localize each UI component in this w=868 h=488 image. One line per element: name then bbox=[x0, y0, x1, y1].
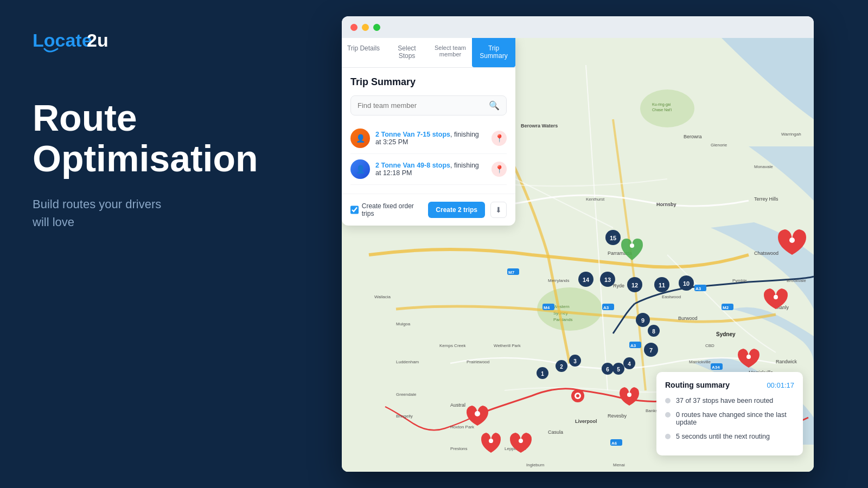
svg-text:2: 2 bbox=[489, 438, 493, 444]
tabs-container: Trip Details Select Stops Select team me… bbox=[342, 38, 515, 68]
minimize-button[interactable] bbox=[362, 24, 369, 31]
svg-text:Burwood: Burwood bbox=[678, 316, 698, 321]
checkbox-text: Create fixed order trips bbox=[362, 202, 423, 217]
svg-point-70 bbox=[630, 243, 634, 248]
svg-text:Wallacia: Wallacia bbox=[374, 294, 391, 299]
svg-text:Luddenham: Luddenham bbox=[396, 359, 419, 364]
svg-text:2: 2 bbox=[560, 364, 563, 370]
search-bar[interactable]: 🔍 bbox=[350, 95, 507, 115]
svg-text:Hornsby: Hornsby bbox=[656, 202, 676, 207]
svg-text:A3: A3 bbox=[630, 343, 636, 348]
svg-text:Sydney: Sydney bbox=[716, 331, 736, 337]
svg-text:1: 1 bbox=[476, 411, 479, 417]
route-name-1: 2 Tonne Van 7-15 stops bbox=[375, 131, 450, 138]
svg-text:Ingleburn: Ingleburn bbox=[526, 463, 544, 467]
svg-text:14: 14 bbox=[583, 277, 590, 283]
trip-panel: Trip Details Select Stops Select team me… bbox=[342, 38, 515, 226]
svg-text:Terrey Hills: Terrey Hills bbox=[754, 196, 778, 202]
routing-header: Routing summary 00:01:17 bbox=[665, 381, 794, 389]
browser-content: Western Sydney Parklands Ku-ring-gai Cha… bbox=[342, 38, 814, 472]
routing-stat-3: 5 seconds until the next routing bbox=[665, 433, 794, 440]
svg-text:Western: Western bbox=[553, 304, 570, 309]
svg-text:Glenorie: Glenorie bbox=[711, 143, 727, 147]
svg-text:A34: A34 bbox=[712, 365, 720, 370]
close-button[interactable] bbox=[350, 24, 358, 31]
create-trips-button[interactable]: Create 2 trips bbox=[428, 202, 485, 218]
tab-select-team[interactable]: Select team member bbox=[429, 38, 472, 67]
svg-text:Kemps Creek: Kemps Creek bbox=[439, 343, 466, 348]
svg-text:1: 1 bbox=[541, 371, 544, 377]
logo: Locate 2u bbox=[33, 27, 271, 54]
hero-title: RouteOptimisation bbox=[33, 98, 271, 179]
route-info-1: 2 Tonne Van 7-15 stops, finishing at 3:2… bbox=[375, 131, 486, 146]
checkbox-label[interactable]: Create fixed order trips bbox=[350, 202, 423, 217]
svg-text:Chatswood: Chatswood bbox=[754, 251, 778, 256]
svg-text:Pymble: Pymble bbox=[732, 278, 747, 283]
svg-text:9: 9 bbox=[641, 317, 644, 324]
svg-text:Monavale: Monavale bbox=[754, 164, 773, 169]
panel-title: Trip Summary bbox=[350, 76, 507, 88]
route-pin-2: 📍 bbox=[492, 162, 507, 177]
route-item-1: 👤 2 Tonne Van 7-15 stops, finishing at 3… bbox=[350, 123, 507, 154]
routing-stat-1: 37 of 37 stops have been routed bbox=[665, 397, 794, 404]
routing-summary-title: Routing summary bbox=[665, 381, 730, 389]
route-pin-1: 📍 bbox=[492, 131, 507, 146]
svg-text:CBD: CBD bbox=[705, 343, 714, 348]
svg-text:A3: A3 bbox=[603, 305, 609, 310]
svg-text:7: 7 bbox=[649, 347, 653, 354]
svg-point-117 bbox=[576, 394, 579, 397]
svg-text:Bringelly: Bringelly bbox=[396, 414, 413, 419]
download-button[interactable]: ⬇ bbox=[490, 202, 507, 218]
browser-window: Western Sydney Parklands Ku-ring-gai Cha… bbox=[342, 16, 814, 472]
stat-dot-2 bbox=[665, 412, 671, 418]
fixed-order-checkbox[interactable] bbox=[350, 206, 359, 214]
svg-text:11: 11 bbox=[659, 282, 665, 288]
right-panel: Western Sydney Parklands Ku-ring-gai Cha… bbox=[304, 0, 868, 488]
svg-text:Eastwood: Eastwood bbox=[662, 294, 681, 299]
maximize-button[interactable] bbox=[373, 24, 380, 31]
logo-svg: Locate 2u bbox=[33, 27, 119, 54]
browser-titlebar bbox=[342, 16, 814, 38]
svg-text:Brookvale: Brookvale bbox=[787, 278, 806, 283]
svg-text:A6: A6 bbox=[611, 441, 617, 446]
svg-text:Berowra: Berowra bbox=[684, 134, 702, 139]
svg-text:6: 6 bbox=[747, 354, 750, 360]
route-info-2: 2 Tonne Van 49-8 stops, finishing at 12:… bbox=[375, 162, 486, 177]
svg-text:4: 4 bbox=[628, 361, 631, 367]
svg-text:Mulgoa: Mulgoa bbox=[396, 322, 411, 326]
svg-text:5: 5 bbox=[617, 367, 620, 373]
route-item-2: 👤 2 Tonne Van 49-8 stops, finishing at 1… bbox=[350, 154, 507, 185]
svg-text:Liverpool: Liverpool bbox=[575, 419, 597, 424]
routing-stat-text-2: 0 routes have changed since the last upd… bbox=[676, 411, 794, 426]
svg-text:10: 10 bbox=[683, 280, 690, 287]
search-input[interactable] bbox=[358, 101, 489, 110]
avatar-1: 👤 bbox=[350, 129, 370, 148]
svg-text:4: 4 bbox=[628, 392, 631, 398]
svg-text:6: 6 bbox=[606, 367, 609, 373]
routing-summary-panel: Routing summary 00:01:17 37 of 37 stops … bbox=[656, 372, 803, 455]
svg-text:Marrickville: Marrickville bbox=[689, 359, 711, 364]
panel-body: Trip Summary 🔍 👤 2 Tonne Van 7-15 stops,… bbox=[342, 68, 515, 194]
svg-text:Chase Nat'l: Chase Nat'l bbox=[652, 108, 672, 112]
route-name-2: 2 Tonne Van 49-8 stops bbox=[375, 162, 450, 169]
svg-text:Prairiewood: Prairiewood bbox=[467, 359, 489, 364]
svg-text:Locate: Locate bbox=[33, 30, 92, 50]
svg-text:Berowra Waters: Berowra Waters bbox=[521, 123, 558, 129]
hero-subtitle: Build routes your driverswill love bbox=[33, 195, 271, 231]
tab-select-stops[interactable]: Select Stops bbox=[385, 38, 429, 67]
svg-text:Kenthurst: Kenthurst bbox=[586, 197, 605, 202]
search-icon: 🔍 bbox=[489, 100, 500, 111]
svg-text:7: 7 bbox=[774, 294, 777, 300]
avatar-2: 👤 bbox=[350, 159, 370, 179]
svg-text:Prestons: Prestons bbox=[450, 446, 468, 451]
svg-text:M2: M2 bbox=[723, 305, 729, 310]
svg-text:M7: M7 bbox=[508, 270, 515, 275]
tab-trip-summary[interactable]: Trip Summary bbox=[472, 38, 515, 67]
svg-text:3: 3 bbox=[573, 358, 577, 364]
tab-trip-details[interactable]: Trip Details bbox=[342, 38, 385, 67]
svg-text:Wetherill Park: Wetherill Park bbox=[494, 343, 521, 348]
svg-text:15: 15 bbox=[610, 235, 616, 241]
routing-stat-text-1: 37 of 37 stops have been routed bbox=[676, 397, 773, 404]
svg-text:Randwick: Randwick bbox=[776, 359, 797, 364]
routing-stat-2: 0 routes have changed since the last upd… bbox=[665, 411, 794, 426]
